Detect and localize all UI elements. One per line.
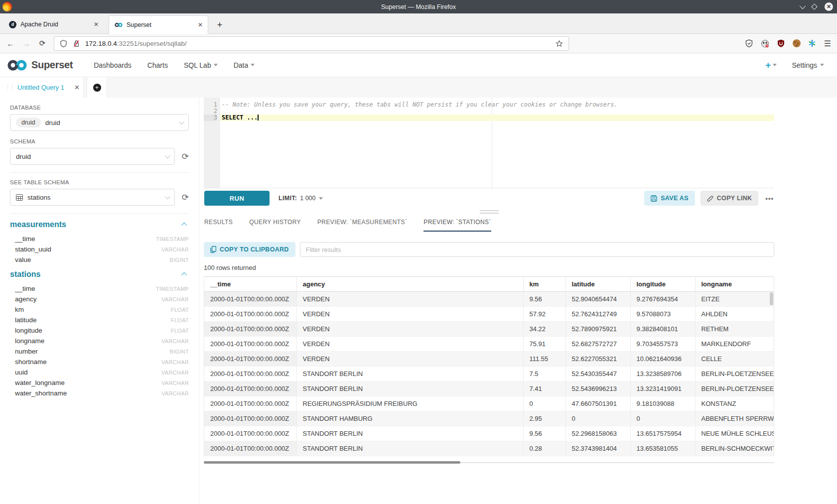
- query-tab-close-icon[interactable]: ✕: [74, 84, 80, 91]
- add-tab-icon: +: [93, 84, 101, 92]
- tracking-shield-icon[interactable]: [59, 39, 68, 48]
- table-cell: 2000-01-01T00:00:00.000Z: [204, 352, 296, 367]
- run-button[interactable]: RUN: [204, 191, 270, 206]
- mask-extension-icon[interactable]: [761, 39, 769, 48]
- add-query-tab-button[interactable]: +: [87, 77, 107, 98]
- refresh-schemas-icon[interactable]: ⟳: [182, 152, 189, 161]
- tab-close-icon[interactable]: ✕: [198, 21, 203, 28]
- table-cell: 2000-01-01T00:00:00.000Z: [204, 307, 296, 322]
- sidebar-divider: [10, 172, 189, 173]
- browser-toolbar: ← → ⟳ 172.18.0.4:32251/superset/sqllab/: [0, 34, 837, 53]
- column-header-longname[interactable]: longname: [695, 277, 774, 292]
- tab-query-history[interactable]: QUERY HISTORY: [249, 219, 301, 232]
- caret-down-icon: [820, 64, 824, 66]
- column-type: TIMESTAMP: [156, 286, 189, 292]
- column-header-latitude[interactable]: latitude: [565, 277, 630, 292]
- cookie-extension-icon[interactable]: [793, 39, 801, 47]
- tab-results[interactable]: RESULTS: [204, 219, 233, 232]
- insecure-lock-icon[interactable]: [72, 39, 81, 48]
- superset-brand[interactable]: Superset: [7, 59, 73, 71]
- back-icon[interactable]: ←: [6, 39, 15, 48]
- tab-close-icon[interactable]: ✕: [94, 21, 99, 28]
- filter-results-input[interactable]: [300, 242, 774, 257]
- new-item-button[interactable]: +: [765, 60, 777, 71]
- menu-icon[interactable]: ☰: [824, 39, 831, 48]
- column-type: TIMESTAMP: [156, 236, 189, 242]
- table-cell: 2000-01-01T00:00:00.000Z: [204, 337, 296, 352]
- vertical-scrollbar-thumb[interactable]: [770, 292, 773, 305]
- table-row[interactable]: 2000-01-01T00:00:00.000ZVERDEN34.2252.78…: [204, 322, 774, 337]
- horizontal-scrollbar[interactable]: [204, 461, 774, 464]
- copy-link-button[interactable]: COPY LINK: [700, 191, 759, 206]
- maximize-icon[interactable]: [811, 3, 818, 10]
- editor-content[interactable]: -- Note: Unless you save your query, the…: [220, 98, 774, 188]
- sql-editor[interactable]: 1 2 3 -- Note: Unless you save your quer…: [204, 98, 774, 188]
- schema-table-header[interactable]: stations: [10, 270, 189, 279]
- schema-table-name[interactable]: measurements: [10, 220, 66, 229]
- column-name: number: [15, 348, 38, 355]
- table-cell: 2.95: [523, 411, 565, 426]
- settings-menu[interactable]: Settings: [792, 61, 824, 69]
- colorful-asterisk-extension-icon[interactable]: [808, 39, 817, 48]
- schema-table-header[interactable]: measurements: [10, 220, 189, 229]
- bookmark-star-icon[interactable]: [555, 39, 563, 48]
- caret-down-icon: [214, 64, 218, 66]
- table-cell: BERLIN-SCHMOECKWITZ: [695, 441, 774, 456]
- table-row[interactable]: 2000-01-01T00:00:00.000ZVERDEN111.5552.6…: [204, 352, 774, 367]
- table-row[interactable]: 2000-01-01T00:00:00.000ZSTANDORT BERLIN0…: [204, 441, 774, 456]
- schema-table-name[interactable]: stations: [10, 270, 40, 279]
- results-toolbar: COPY TO CLIPBOARD: [204, 242, 774, 257]
- table-icon: [16, 194, 23, 201]
- column-name: shortname: [15, 358, 47, 366]
- new-tab-button[interactable]: +: [212, 17, 227, 32]
- table-row[interactable]: 2000-01-01T00:00:00.000ZSTANDORT BERLIN7…: [204, 367, 774, 381]
- limit-dropdown[interactable]: LIMIT: 1 000: [279, 195, 323, 202]
- pane-resize-handle[interactable]: [204, 208, 774, 216]
- browser-tab-apache-druid[interactable]: d Apache Druid ✕: [4, 15, 104, 33]
- schema-column-row: longitudeFLOAT: [10, 325, 189, 336]
- schema-select[interactable]: druid: [10, 148, 175, 165]
- copy-to-clipboard-button[interactable]: COPY TO CLIPBOARD: [204, 242, 295, 257]
- column-header-km[interactable]: km: [523, 277, 565, 292]
- url-bar[interactable]: 172.18.0.4:32251/superset/sqllab/: [54, 36, 569, 51]
- table-row[interactable]: 2000-01-01T00:00:00.000ZVERDEN57.9252.76…: [204, 307, 774, 322]
- table-row[interactable]: 2000-01-01T00:00:00.000ZSTANDORT BERLIN7…: [204, 381, 774, 396]
- minimize-icon[interactable]: [800, 3, 806, 9]
- forward-icon[interactable]: →: [22, 39, 31, 48]
- reload-icon[interactable]: ⟳: [38, 39, 47, 48]
- shield-check-extension-icon[interactable]: [745, 39, 753, 48]
- table-cell: 2000-01-01T00:00:00.000Z: [204, 396, 296, 411]
- nav-item-data[interactable]: Data: [234, 61, 255, 69]
- refresh-tables-icon[interactable]: ⟳: [182, 193, 189, 202]
- browser-tab-superset[interactable]: Superset ✕: [109, 15, 208, 34]
- tab-preview-stations[interactable]: PREVIEW: `STATIONS`: [423, 219, 491, 232]
- nav-item-charts[interactable]: Charts: [147, 61, 168, 69]
- tab-preview-measurements[interactable]: PREVIEW: `MEASUREMENTS`: [317, 219, 407, 232]
- results-table: __timeagencykmlatitudelongitudelongname …: [204, 276, 774, 456]
- column-header-agency[interactable]: agency: [296, 277, 523, 292]
- table-row[interactable]: 2000-01-01T00:00:00.000ZSTANDORT BERLIN9…: [204, 426, 774, 441]
- more-actions-button[interactable]: •••: [765, 195, 774, 202]
- table-row[interactable]: 2000-01-01T00:00:00.000ZREGIERUNGSPRÄSID…: [204, 396, 774, 411]
- query-tab-untitled-1[interactable]: ⋮⋮ Untitled Query 1 ✕: [0, 77, 84, 98]
- close-icon[interactable]: ✕: [825, 2, 833, 11]
- save-as-button[interactable]: SAVE AS: [644, 191, 695, 206]
- table-select[interactable]: stations: [10, 189, 175, 206]
- schema-column-row: valueBIGINT: [10, 254, 189, 265]
- database-select[interactable]: druid druid: [10, 114, 189, 131]
- drag-grip-icon[interactable]: ⋮⋮: [5, 84, 14, 91]
- table-row[interactable]: 2000-01-01T00:00:00.000ZVERDEN9.5652.904…: [204, 292, 774, 307]
- table-row[interactable]: 2000-01-01T00:00:00.000ZVERDEN75.9152.68…: [204, 337, 774, 352]
- chevron-up-icon[interactable]: [181, 223, 187, 228]
- table-cell: AHLDEN: [695, 307, 774, 322]
- column-header-longitude[interactable]: longitude: [630, 277, 695, 292]
- table-cell: VERDEN: [296, 292, 523, 307]
- ublock-origin-icon[interactable]: [777, 39, 785, 48]
- chevron-up-icon[interactable]: [181, 272, 187, 278]
- column-header-time[interactable]: __time: [204, 277, 296, 292]
- nav-item-sql-lab[interactable]: SQL Lab: [184, 61, 218, 69]
- nav-item-dashboards[interactable]: Dashboards: [94, 61, 132, 69]
- caret-down-icon: [773, 64, 777, 66]
- table-row[interactable]: 2000-01-01T00:00:00.000ZSTANDORT HAMBURG…: [204, 411, 774, 426]
- scrollbar-thumb[interactable]: [204, 461, 460, 464]
